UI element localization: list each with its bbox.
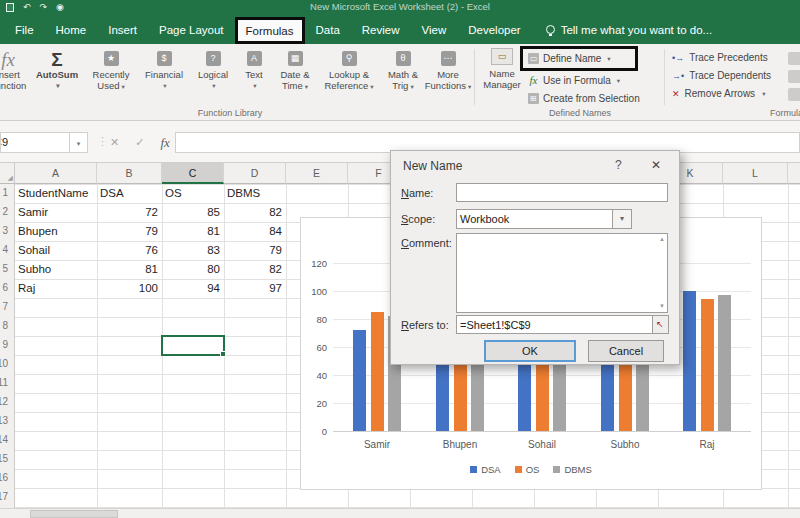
name-field[interactable]	[456, 183, 668, 202]
chart-bar-dsa-samir[interactable]	[353, 330, 366, 431]
select-all-corner[interactable]: ◢	[0, 163, 15, 184]
row-header-9[interactable]: 9	[0, 339, 8, 350]
tab-formulas[interactable]: Formulas	[235, 17, 305, 44]
tab-page-layout[interactable]: Page Layout	[148, 15, 235, 44]
collapse-dialog-button[interactable]: ↖	[652, 315, 669, 334]
scope-dropdown-icon[interactable]: ▾	[612, 209, 632, 229]
cell[interactable]: Raj	[18, 279, 93, 298]
legend-item-dbms[interactable]: DBMS	[553, 464, 591, 475]
tab-insert[interactable]: Insert	[97, 15, 148, 44]
column-header-A[interactable]: A	[15, 163, 97, 184]
row-header-6[interactable]: 6	[0, 282, 8, 293]
insert-function-button[interactable]: fxInsertFunction	[0, 46, 30, 92]
cell[interactable]: 81	[100, 260, 158, 279]
name-manager-button[interactable]: ▭ Name Manager	[478, 48, 526, 90]
cell[interactable]: DSA	[100, 184, 158, 203]
row-header-13[interactable]: 13	[0, 415, 8, 426]
cell[interactable]: Sohail	[18, 241, 93, 260]
row-header-4[interactable]: 4	[0, 244, 8, 255]
chart-bar-dbms-raj[interactable]	[718, 295, 731, 431]
row-header-14[interactable]: 14	[0, 434, 8, 445]
scroll-down-icon[interactable]: ▼	[659, 303, 677, 309]
refers-to-field[interactable]: =Sheet1!$C$9	[456, 315, 653, 334]
row-header-1[interactable]: 1	[0, 187, 8, 198]
row-header-11[interactable]: 11	[0, 377, 8, 388]
text-button[interactable]: AText▾	[236, 46, 272, 92]
enter-icon[interactable]: ✓	[135, 136, 144, 149]
close-icon[interactable]: ✕	[651, 158, 661, 172]
row-header-12[interactable]: 12	[0, 396, 8, 407]
chart-bar-dsa-raj[interactable]	[683, 291, 696, 431]
cell[interactable]: 81	[165, 222, 220, 241]
selected-cell[interactable]	[161, 335, 225, 356]
cell[interactable]: DBMS	[227, 184, 282, 203]
autosum-button[interactable]: ΣAutoSum▾	[30, 46, 84, 92]
cell[interactable]: 84	[227, 222, 282, 241]
scroll-up-icon[interactable]: ▲	[659, 236, 677, 242]
date-time-button[interactable]: ▦Date &Time▾	[272, 46, 318, 92]
row-header-7[interactable]: 7	[0, 301, 8, 312]
cell[interactable]: 100	[100, 279, 158, 298]
more-functions-button[interactable]: ⋯MoreFunctions▾	[426, 46, 470, 92]
tab-home[interactable]: Home	[45, 15, 98, 44]
tab-file[interactable]: File	[4, 15, 45, 44]
cell[interactable]: Samir	[18, 203, 93, 222]
cell[interactable]: 76	[100, 241, 158, 260]
column-header-C[interactable]: C	[162, 163, 224, 184]
create-from-selection-button[interactable]: ⊞ Create from Selection	[528, 93, 640, 104]
cell[interactable]: 80	[165, 260, 220, 279]
row-header-15[interactable]: 15	[0, 453, 8, 464]
cancel-icon[interactable]: ✕	[110, 136, 119, 149]
scope-select[interactable]: Workbook	[456, 209, 624, 229]
use-in-formula-button[interactable]: fx Use in Formula ▾	[528, 75, 620, 86]
cell[interactable]: Subho	[18, 260, 93, 279]
row-header-2[interactable]: 2	[0, 206, 8, 217]
tab-data[interactable]: Data	[305, 15, 351, 44]
define-name-highlight-box[interactable]: ▭ Define Name ▾	[520, 46, 638, 71]
trace-precedents-button[interactable]: •→ Trace Precedents	[672, 52, 768, 63]
trace-dependents-button[interactable]: →• Trace Dependents	[672, 70, 771, 81]
row-header-3[interactable]: 3	[0, 225, 8, 236]
comment-field[interactable]	[456, 233, 668, 313]
cell[interactable]: 85	[165, 203, 220, 222]
legend-item-dsa[interactable]: DSA	[470, 464, 501, 475]
remove-arrows-button[interactable]: ✕ Remove Arrows ▾	[672, 88, 765, 99]
column-header-M[interactable]: M	[788, 163, 800, 184]
cell[interactable]: OS	[165, 184, 220, 203]
column-header-E[interactable]: E	[286, 163, 348, 184]
cell[interactable]: 94	[165, 279, 220, 298]
cell[interactable]: 79	[227, 241, 282, 260]
cell[interactable]: StudentName	[18, 184, 93, 203]
legend-item-os[interactable]: OS	[515, 464, 540, 475]
logical-button[interactable]: ?Logical▾	[190, 46, 236, 92]
cell[interactable]: 82	[227, 203, 282, 222]
column-header-D[interactable]: D	[224, 163, 286, 184]
horizontal-scrollbar[interactable]	[0, 508, 800, 518]
cell[interactable]: 97	[227, 279, 282, 298]
column-header-L[interactable]: L	[723, 163, 788, 184]
math-trig-button[interactable]: θMath &Trig▾	[380, 46, 426, 92]
ok-button[interactable]: OK	[484, 340, 576, 362]
column-header-B[interactable]: B	[97, 163, 162, 184]
financial-button[interactable]: $Financial▾	[138, 46, 190, 92]
chart-bar-os-raj[interactable]	[701, 299, 714, 431]
name-box-dropdown[interactable]: ▾	[70, 132, 88, 153]
row-header-17[interactable]: 17	[0, 491, 8, 502]
insert-function-icon[interactable]: fx	[160, 135, 169, 151]
row-header-8[interactable]: 8	[0, 320, 8, 331]
tab-view[interactable]: View	[411, 15, 458, 44]
row-header-10[interactable]: 10	[0, 358, 8, 369]
cancel-button[interactable]: Cancel	[588, 340, 664, 362]
row-header-5[interactable]: 5	[0, 263, 8, 274]
cell[interactable]: Bhupen	[18, 222, 93, 241]
tab-developer[interactable]: Developer	[457, 15, 531, 44]
cell[interactable]: 83	[165, 241, 220, 260]
lookup-reference-button[interactable]: ⚲Lookup &Reference▾	[318, 46, 380, 92]
recently-used-button[interactable]: ★RecentlyUsed▾	[84, 46, 138, 92]
row-header-16[interactable]: 16	[0, 472, 8, 483]
help-icon[interactable]: ?	[615, 158, 622, 172]
tab-review[interactable]: Review	[351, 15, 411, 44]
cell[interactable]: 82	[227, 260, 282, 279]
cell[interactable]: 72	[100, 203, 158, 222]
chart-legend[interactable]: DSAOSDBMS	[301, 464, 761, 475]
